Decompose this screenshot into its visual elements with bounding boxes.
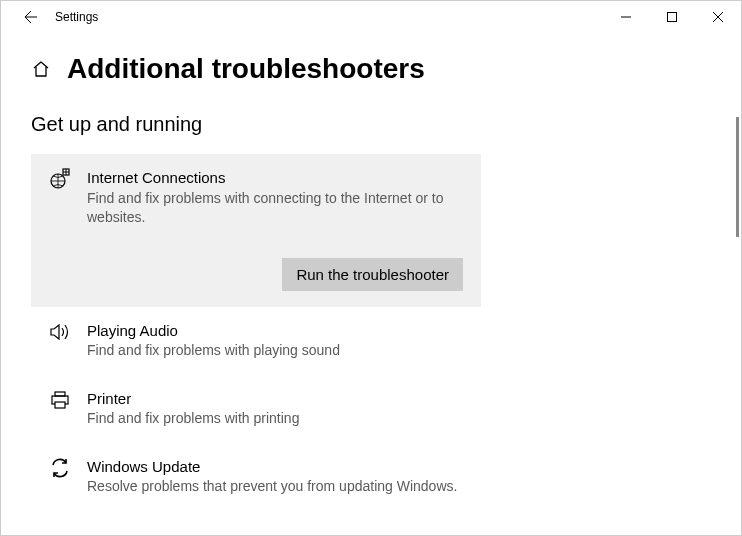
troubleshooter-internet-connections[interactable]: Internet Connections Find and fix proble… <box>31 154 481 307</box>
back-button[interactable] <box>11 1 51 33</box>
troubleshooter-title: Windows Update <box>87 457 463 477</box>
titlebar: Settings <box>1 1 741 33</box>
troubleshooter-title: Playing Audio <box>87 321 463 341</box>
page-header: Additional troubleshooters <box>31 53 711 85</box>
printer-icon <box>49 389 73 429</box>
window-title: Settings <box>51 10 98 24</box>
arrow-left-icon <box>23 9 39 25</box>
close-icon <box>713 12 723 22</box>
troubleshooter-desc: Find and fix problems with connecting to… <box>87 189 463 228</box>
content-area: Additional troubleshooters Get up and ru… <box>1 33 741 511</box>
troubleshooter-title: Internet Connections <box>87 168 463 188</box>
globe-network-icon <box>49 168 73 228</box>
refresh-icon <box>49 457 73 497</box>
troubleshooter-text: Internet Connections Find and fix proble… <box>87 168 463 228</box>
page-title: Additional troubleshooters <box>67 53 425 85</box>
close-button[interactable] <box>695 1 741 33</box>
troubleshooter-list: Internet Connections Find and fix proble… <box>31 154 481 511</box>
scrollbar-thumb[interactable] <box>736 117 739 237</box>
troubleshooter-playing-audio[interactable]: Playing Audio Find and fix problems with… <box>31 307 481 375</box>
troubleshooter-title: Printer <box>87 389 463 409</box>
troubleshooter-text: Printer Find and fix problems with print… <box>87 389 463 429</box>
troubleshooter-windows-update[interactable]: Windows Update Resolve problems that pre… <box>31 443 481 511</box>
troubleshooter-text: Playing Audio Find and fix problems with… <box>87 321 463 361</box>
troubleshooter-desc: Find and fix problems with printing <box>87 409 463 429</box>
svg-rect-3 <box>55 392 65 396</box>
troubleshooter-desc: Resolve problems that prevent you from u… <box>87 477 463 497</box>
home-icon[interactable] <box>31 59 51 79</box>
svg-rect-5 <box>55 402 65 408</box>
maximize-icon <box>667 12 677 22</box>
minimize-button[interactable] <box>603 1 649 33</box>
troubleshooter-printer[interactable]: Printer Find and fix problems with print… <box>31 375 481 443</box>
window-controls <box>603 1 741 33</box>
speaker-icon <box>49 321 73 361</box>
svg-rect-0 <box>668 13 677 22</box>
troubleshooter-text: Windows Update Resolve problems that pre… <box>87 457 463 497</box>
troubleshooter-desc: Find and fix problems with playing sound <box>87 341 463 361</box>
section-title: Get up and running <box>31 113 711 136</box>
run-troubleshooter-button[interactable]: Run the troubleshooter <box>282 258 463 291</box>
minimize-icon <box>621 12 631 22</box>
maximize-button[interactable] <box>649 1 695 33</box>
